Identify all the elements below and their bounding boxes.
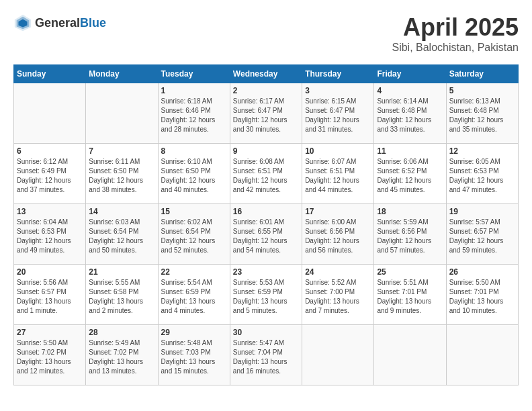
day-info: Sunrise: 6:13 AMSunset: 6:48 PMDaylight:… [449, 97, 515, 134]
sunrise-text: Sunrise: 5:47 AM [233, 338, 299, 348]
calendar-week-1: 1Sunrise: 6:18 AMSunset: 6:46 PMDaylight… [14, 83, 519, 144]
sunrise-text: Sunrise: 5:50 AM [449, 278, 515, 287]
logo-blue: Blue [80, 16, 106, 30]
sunset-text: Sunset: 6:59 PM [233, 287, 299, 297]
month-year-title: April 2025 [392, 13, 519, 42]
calendar-cell: 15Sunrise: 6:02 AMSunset: 6:54 PMDayligh… [158, 204, 230, 265]
sunrise-text: Sunrise: 5:59 AM [377, 218, 443, 227]
calendar-week-2: 6Sunrise: 6:12 AMSunset: 6:49 PMDaylight… [14, 144, 519, 204]
day-info: Sunrise: 6:14 AMSunset: 6:48 PMDaylight:… [377, 97, 443, 134]
day-info: Sunrise: 5:49 AMSunset: 7:02 PMDaylight:… [89, 338, 154, 376]
sunset-text: Sunset: 6:51 PM [233, 167, 299, 176]
day-info: Sunrise: 6:11 AMSunset: 6:50 PMDaylight:… [89, 157, 154, 195]
sunset-text: Sunset: 6:46 PM [161, 106, 227, 116]
day-info: Sunrise: 6:01 AMSunset: 6:55 PMDaylight:… [233, 218, 299, 255]
daylight-text: Daylight: 13 hours and 15 minutes. [161, 357, 227, 376]
daylight-text: Daylight: 12 hours and 30 minutes. [233, 116, 299, 134]
sunset-text: Sunset: 6:58 PM [89, 287, 154, 297]
day-number: 18 [377, 207, 443, 216]
calendar-cell: 29Sunrise: 5:48 AMSunset: 7:03 PMDayligh… [158, 325, 230, 385]
day-info: Sunrise: 6:15 AMSunset: 6:47 PMDaylight:… [305, 97, 371, 134]
daylight-text: Daylight: 12 hours and 35 minutes. [449, 116, 515, 134]
calendar-cell: 18Sunrise: 5:59 AMSunset: 6:56 PMDayligh… [374, 204, 446, 265]
sunset-text: Sunset: 6:57 PM [449, 227, 515, 236]
calendar-cell: 28Sunrise: 5:49 AMSunset: 7:02 PMDayligh… [86, 325, 158, 385]
day-number: 5 [449, 86, 515, 95]
weekday-header-sunday: Sunday [14, 65, 86, 83]
weekday-header-thursday: Thursday [302, 65, 374, 83]
daylight-text: Daylight: 12 hours and 33 minutes. [377, 116, 443, 134]
calendar-cell: 20Sunrise: 5:56 AMSunset: 6:57 PMDayligh… [14, 265, 86, 325]
day-number: 4 [377, 86, 443, 95]
daylight-text: Daylight: 12 hours and 44 minutes. [305, 176, 371, 195]
sunrise-text: Sunrise: 6:18 AM [161, 97, 227, 106]
sunrise-text: Sunrise: 6:06 AM [377, 157, 443, 167]
weekday-header-row: SundayMondayTuesdayWednesdayThursdayFrid… [14, 65, 519, 83]
sunset-text: Sunset: 6:54 PM [161, 227, 227, 236]
calendar-header: SundayMondayTuesdayWednesdayThursdayFrid… [14, 65, 519, 83]
daylight-text: Daylight: 12 hours and 47 minutes. [449, 176, 515, 195]
day-number: 3 [305, 86, 371, 95]
day-info: Sunrise: 6:05 AMSunset: 6:53 PMDaylight:… [449, 157, 515, 195]
calendar-week-3: 13Sunrise: 6:04 AMSunset: 6:53 PMDayligh… [14, 204, 519, 265]
day-info: Sunrise: 5:59 AMSunset: 6:56 PMDaylight:… [377, 218, 443, 255]
sunset-text: Sunset: 6:52 PM [377, 167, 443, 176]
day-number: 17 [305, 207, 371, 216]
day-info: Sunrise: 5:56 AMSunset: 6:57 PMDaylight:… [17, 278, 83, 316]
day-number: 26 [449, 267, 515, 277]
calendar-cell: 3Sunrise: 6:15 AMSunset: 6:47 PMDaylight… [302, 83, 374, 144]
calendar-body: 1Sunrise: 6:18 AMSunset: 6:46 PMDaylight… [14, 83, 519, 385]
sunset-text: Sunset: 6:48 PM [377, 106, 443, 116]
logo-general: General [35, 16, 80, 30]
day-number: 29 [161, 328, 227, 337]
sunrise-text: Sunrise: 5:48 AM [161, 338, 227, 348]
sunrise-text: Sunrise: 5:51 AM [377, 278, 443, 287]
daylight-text: Daylight: 13 hours and 1 minute. [17, 297, 83, 316]
daylight-text: Daylight: 12 hours and 38 minutes. [89, 176, 154, 195]
daylight-text: Daylight: 12 hours and 37 minutes. [17, 176, 83, 195]
day-number: 22 [161, 267, 227, 277]
sunrise-text: Sunrise: 5:52 AM [305, 278, 371, 287]
day-number: 8 [161, 146, 227, 156]
calendar-cell: 12Sunrise: 6:05 AMSunset: 6:53 PMDayligh… [446, 144, 518, 204]
sunset-text: Sunset: 6:56 PM [305, 227, 371, 236]
calendar-cell: 1Sunrise: 6:18 AMSunset: 6:46 PMDaylight… [158, 83, 230, 144]
day-number: 12 [449, 146, 515, 156]
calendar-cell: 5Sunrise: 6:13 AMSunset: 6:48 PMDaylight… [446, 83, 518, 144]
sunrise-text: Sunrise: 6:01 AM [233, 218, 299, 227]
sunset-text: Sunset: 6:47 PM [305, 106, 371, 116]
logo: GeneralBlue [13, 13, 106, 32]
calendar-table: SundayMondayTuesdayWednesdayThursdayFrid… [13, 64, 519, 385]
sunrise-text: Sunrise: 6:17 AM [233, 97, 299, 106]
day-number: 19 [449, 207, 515, 216]
day-number: 14 [89, 207, 154, 216]
calendar-cell: 26Sunrise: 5:50 AMSunset: 7:01 PMDayligh… [446, 265, 518, 325]
sunset-text: Sunset: 7:00 PM [305, 287, 371, 297]
day-info: Sunrise: 6:02 AMSunset: 6:54 PMDaylight:… [161, 218, 227, 255]
day-number: 21 [89, 267, 154, 277]
sunrise-text: Sunrise: 5:56 AM [17, 278, 83, 287]
sunrise-text: Sunrise: 6:07 AM [305, 157, 371, 167]
day-info: Sunrise: 6:00 AMSunset: 6:56 PMDaylight:… [305, 218, 371, 255]
daylight-text: Daylight: 12 hours and 57 minutes. [377, 236, 443, 255]
sunrise-text: Sunrise: 6:05 AM [449, 157, 515, 167]
day-info: Sunrise: 6:17 AMSunset: 6:47 PMDaylight:… [233, 97, 299, 134]
calendar-cell: 7Sunrise: 6:11 AMSunset: 6:50 PMDaylight… [86, 144, 158, 204]
day-number: 23 [233, 267, 299, 277]
daylight-text: Daylight: 12 hours and 28 minutes. [161, 116, 227, 134]
sunrise-text: Sunrise: 6:13 AM [449, 97, 515, 106]
sunrise-text: Sunrise: 5:54 AM [161, 278, 227, 287]
daylight-text: Daylight: 13 hours and 10 minutes. [449, 297, 515, 316]
day-info: Sunrise: 6:03 AMSunset: 6:54 PMDaylight:… [89, 218, 154, 255]
sunset-text: Sunset: 6:59 PM [161, 287, 227, 297]
daylight-text: Daylight: 12 hours and 40 minutes. [161, 176, 227, 195]
daylight-text: Daylight: 13 hours and 16 minutes. [233, 357, 299, 376]
sunrise-text: Sunrise: 6:03 AM [89, 218, 154, 227]
sunrise-text: Sunrise: 6:15 AM [305, 97, 371, 106]
day-number: 11 [377, 146, 443, 156]
sunset-text: Sunset: 7:04 PM [233, 348, 299, 357]
sunset-text: Sunset: 6:54 PM [89, 227, 154, 236]
sunrise-text: Sunrise: 6:02 AM [161, 218, 227, 227]
day-info: Sunrise: 6:12 AMSunset: 6:49 PMDaylight:… [17, 157, 83, 195]
day-number: 6 [17, 146, 83, 156]
